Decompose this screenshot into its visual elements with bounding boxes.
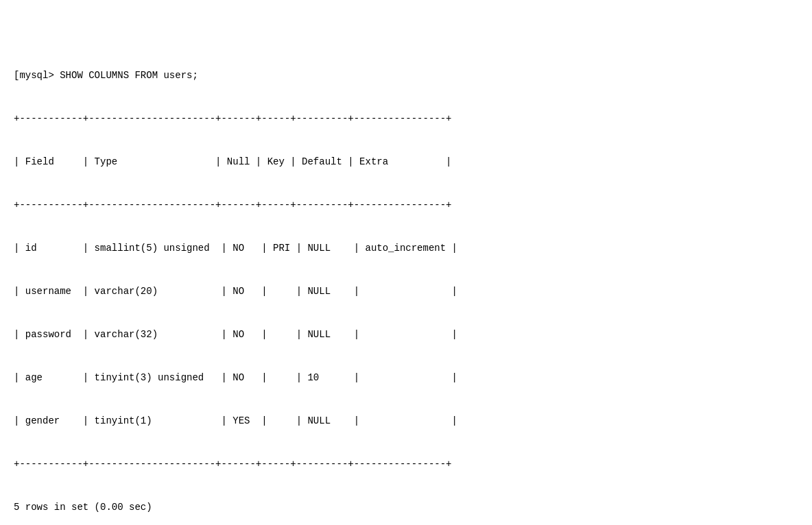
show-columns-row-5: | gender | tinyint(1) | YES | | NULL | | (14, 414, 798, 428)
show-columns-header: | Field | Type | Null | Key | Default | … (14, 155, 798, 169)
show-columns-row-2: | username | varchar(20) | NO | | NULL |… (14, 284, 798, 299)
show-columns-row-4: | age | tinyint(3) unsigned | NO | | 10 … (14, 371, 798, 385)
show-columns-row-3: | password | varchar(32) | NO | | NULL |… (14, 328, 798, 342)
show-columns-mid-border: +-----------+----------------------+----… (14, 198, 798, 212)
show-columns-result: 5 rows in set (0.00 sec) (14, 500, 798, 515)
terminal-output: [mysql> SHOW COLUMNS FROM users; +------… (14, 11, 798, 525)
show-columns-bottom-border: +-----------+----------------------+----… (14, 457, 798, 472)
show-columns-prompt: [mysql> SHOW COLUMNS FROM users; (14, 69, 798, 83)
show-columns-section: [mysql> SHOW COLUMNS FROM users; +------… (14, 40, 798, 525)
show-columns-row-1: | id | smallint(5) unsigned | NO | PRI |… (14, 241, 798, 256)
show-columns-top-border: +-----------+----------------------+----… (14, 112, 798, 126)
